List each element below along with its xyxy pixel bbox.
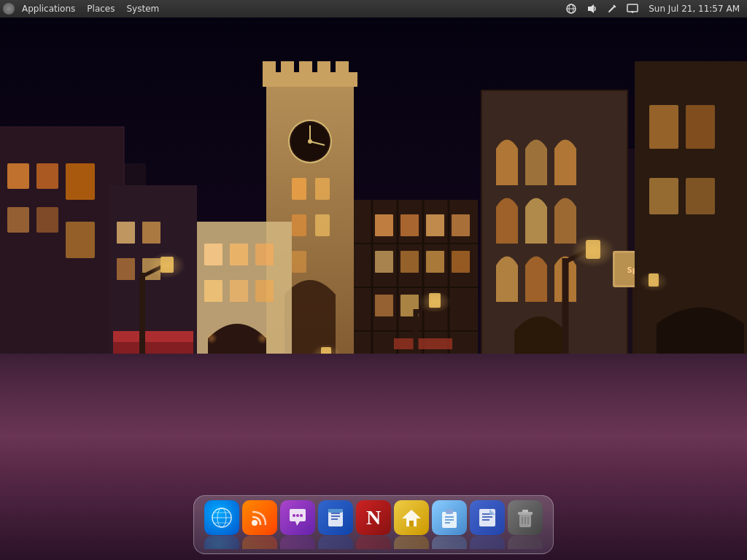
trash-icon[interactable] [508,500,543,535]
svg-rect-16 [36,163,58,189]
trash-icon-reflection [508,536,543,549]
dock-item-feed[interactable] [242,500,277,549]
network-icon [565,3,577,15]
writer-icon-reflection [318,536,353,549]
dock-item-home[interactable] [394,500,429,549]
pen-icon [606,3,618,15]
volume-icon [586,3,597,15]
panel-right: Sun Jul 21, 11:57 AM [562,0,744,18]
browser-icon[interactable] [204,500,239,535]
desktop: Sport [0,18,747,560]
svg-rect-30 [263,61,276,79]
svg-rect-20 [66,222,95,258]
menu-system[interactable]: System [120,0,165,18]
volume-indicator[interactable] [583,0,600,18]
svg-point-137 [252,520,258,526]
dock-item-writer[interactable] [318,500,353,549]
svg-rect-67 [452,214,470,236]
dock-item-notes[interactable] [470,500,505,549]
svg-rect-69 [400,251,419,273]
svg-rect-43 [292,214,306,236]
svg-point-99 [419,291,451,313]
menu-applications[interactable]: Applications [16,0,81,18]
svg-rect-49 [255,244,274,265]
dock-item-nvalt[interactable]: N [356,500,391,549]
svg-rect-15 [7,163,29,189]
chat-icon-reflection [280,536,315,549]
gnome-foot-icon[interactable] [3,3,15,15]
svg-rect-86 [686,178,715,214]
svg-rect-47 [204,244,222,265]
svg-rect-145 [328,509,343,513]
svg-rect-153 [479,509,495,526]
svg-rect-32 [299,61,312,79]
svg-point-54 [206,332,217,344]
svg-rect-83 [649,105,678,149]
wallpaper: Sport [0,18,747,560]
top-panel: Applications Places System [0,0,747,18]
svg-rect-52 [255,280,274,302]
svg-rect-160 [522,510,528,513]
svg-rect-41 [292,178,306,200]
svg-rect-31 [281,61,294,79]
svg-point-140 [300,514,303,517]
svg-rect-7 [627,4,638,12]
nvalt-icon[interactable]: N [356,500,391,535]
svg-rect-45 [292,251,306,273]
svg-marker-3 [588,4,594,13]
svg-rect-51 [230,280,248,302]
svg-rect-147 [409,521,414,526]
svg-rect-34 [336,61,349,79]
feed-icon-reflection [242,536,277,549]
svg-rect-42 [315,178,330,200]
svg-rect-26 [113,331,193,342]
svg-rect-71 [452,251,470,273]
svg-rect-18 [36,207,58,233]
screen-icon [627,3,638,15]
panel-left: Applications Places System [3,0,165,18]
chat-icon[interactable] [280,500,315,535]
svg-rect-72 [375,295,393,316]
svg-point-103 [571,235,615,267]
svg-point-91 [149,252,185,279]
svg-rect-50 [204,280,222,302]
svg-line-4 [609,6,615,12]
feed-icon[interactable] [242,500,277,535]
notes-icon[interactable] [470,500,505,535]
svg-rect-48 [230,244,248,265]
dock-item-chat[interactable] [280,500,315,549]
network-indicator[interactable] [562,0,580,18]
svg-point-107 [639,271,668,292]
dock-item-trash[interactable] [508,500,543,549]
svg-rect-75 [394,338,452,349]
svg-rect-84 [686,105,715,149]
svg-rect-66 [426,214,444,236]
clock[interactable]: Sun Jul 21, 11:57 AM [644,0,744,18]
svg-point-40 [308,139,312,144]
svg-rect-44 [315,214,330,236]
svg-point-139 [296,514,299,517]
svg-rect-24 [117,258,135,280]
svg-rect-23 [142,222,160,244]
clipboard-icon[interactable] [432,500,467,535]
svg-point-138 [293,514,295,517]
dock-item-clipboard[interactable] [432,500,467,549]
clipboard-icon-reflection [432,536,467,549]
writer-icon[interactable] [318,500,353,535]
svg-rect-33 [317,61,330,79]
pen-indicator[interactable] [603,0,621,18]
dock-item-browser[interactable] [204,500,239,549]
screen-indicator[interactable] [624,0,641,18]
svg-rect-64 [375,214,393,236]
nvalt-icon-reflection [356,536,391,549]
svg-rect-85 [649,178,678,214]
menu-places[interactable]: Places [81,0,120,18]
svg-rect-70 [426,251,444,273]
svg-rect-17 [7,207,29,233]
browser-icon-reflection [204,536,239,549]
home-icon-reflection [394,536,429,549]
svg-point-55 [257,332,268,344]
svg-rect-65 [400,214,419,236]
home-icon[interactable] [394,500,429,535]
svg-rect-68 [375,251,393,273]
